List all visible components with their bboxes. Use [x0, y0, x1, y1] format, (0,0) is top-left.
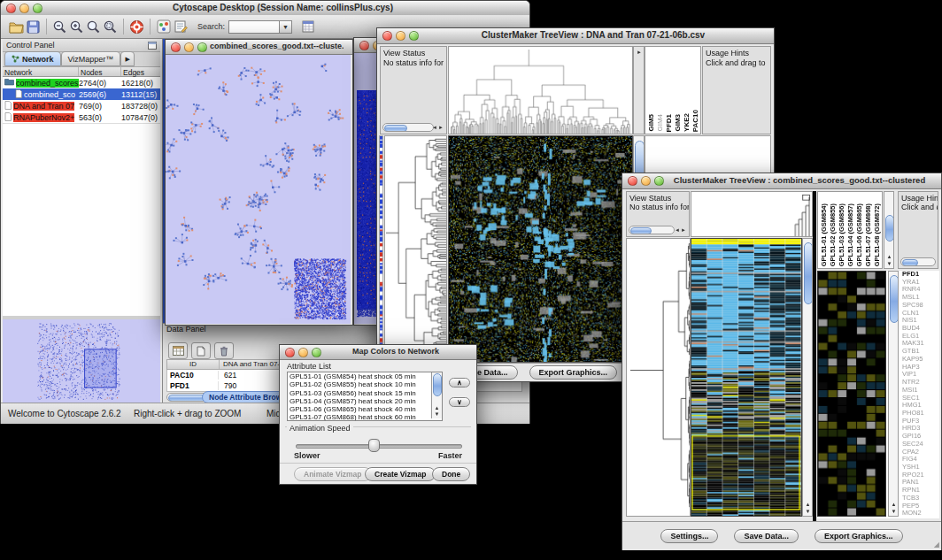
column-label[interactable]: GPL51-06 (GSM865) [855, 203, 863, 266]
scroll-thumb[interactable] [890, 275, 899, 323]
search-dropdown-arrow[interactable]: ▼ [280, 20, 292, 34]
gene-label[interactable]: HAP3 [902, 364, 939, 372]
search-input[interactable] [228, 20, 280, 34]
zoom-selected-icon[interactable] [102, 19, 119, 35]
usage-hints-hscrollbar[interactable] [900, 257, 936, 266]
help-lifering-icon[interactable] [128, 19, 145, 35]
column-dendrogram[interactable] [448, 46, 633, 134]
scroll-down-icon[interactable]: ▼ [892, 509, 897, 514]
labels-vscrollbar[interactable]: ▲ ▼ [884, 191, 894, 269]
gene-label[interactable]: PHO81 [902, 410, 939, 418]
gene-label[interactable]: RNR4 [902, 286, 939, 294]
column-label[interactable]: GPL51-01 (GSM854) [820, 203, 828, 266]
gene-label[interactable]: BUD4 [902, 325, 939, 333]
gene-label[interactable]: HRD3 [902, 425, 939, 433]
window-titlebar[interactable]: ClusterMaker TreeView : combined_scores_… [622, 173, 941, 189]
scroll-down-icon[interactable]: ▼ [435, 411, 440, 417]
row-dendrogram[interactable] [384, 135, 447, 363]
gene-label[interactable]: PEP5 [902, 502, 939, 510]
birdseye-overview[interactable] [3, 319, 160, 403]
zoom-button[interactable] [33, 4, 42, 13]
gene-label[interactable]: RPO21 [902, 472, 939, 479]
gene-label[interactable]: KAP95 [902, 356, 939, 364]
done-button[interactable]: Done [432, 467, 470, 481]
network-row[interactable]: combined_scores2764(0)16218(0) [3, 77, 160, 88]
view-status-hscrollbar[interactable] [382, 123, 434, 132]
gene-label[interactable]: PAN1 [902, 479, 939, 487]
close-button[interactable] [171, 42, 181, 52]
attribute-list-item[interactable]: GPL51-07 (GSM868) heat shock 60 min [288, 413, 429, 421]
row-dendrogram[interactable] [626, 238, 691, 517]
network-row[interactable]: DNA and Tran 07769(0)183728(0) [3, 100, 160, 111]
scroll-up-icon[interactable]: ▲ [806, 502, 811, 507]
scroll-thumb[interactable] [804, 242, 813, 304]
network-row[interactable]: combined_sco2569(6)13112(15) [3, 88, 160, 100]
gene-label[interactable]: RPN1 [902, 487, 939, 495]
column-label[interactable]: GPL51-08 (GSM872) [873, 203, 881, 266]
gene-label[interactable]: TCB3 [902, 495, 939, 502]
new-attribute-icon[interactable] [191, 342, 211, 359]
gene-label[interactable]: HMG1 [902, 402, 939, 410]
dialog-titlebar[interactable]: Map Colors to Network [280, 345, 476, 360]
close-button[interactable] [6, 4, 16, 13]
zoom-button[interactable] [197, 42, 207, 52]
create-vizmap-button[interactable]: Create Vizmap [365, 467, 436, 481]
save-icon[interactable] [25, 19, 42, 35]
view-status-hscrollbar[interactable] [629, 226, 675, 234]
gene-label[interactable]: GTB1 [902, 348, 939, 356]
tab-overflow-button[interactable]: ▶ [120, 51, 134, 66]
scroll-left-icon[interactable]: ◄ [675, 227, 680, 233]
zoom-button[interactable] [409, 31, 419, 41]
zoom-button[interactable] [654, 176, 664, 186]
scroll-down-icon[interactable]: ▼ [887, 261, 892, 266]
scroll-up-icon[interactable]: ▲ [887, 254, 892, 259]
export-graphics-button[interactable]: Export Graphics... [529, 365, 618, 380]
attribute-list-item[interactable]: GPL51-04 (GSM857) heat shock 20 min [288, 397, 429, 405]
scroll-thumb[interactable] [384, 125, 407, 132]
gene-label[interactable]: MON2 [902, 510, 939, 518]
col-header-network[interactable]: Network [3, 67, 79, 76]
column-label[interactable]: GPL51-03 (GSM856) [838, 203, 845, 266]
zoom-heatmap[interactable] [817, 271, 886, 517]
gene-label[interactable]: PFD1 [902, 271, 939, 279]
save-data-button[interactable]: Save Data... [734, 529, 799, 543]
zoom-in-icon[interactable] [68, 19, 85, 35]
column-label[interactable]: GIM4 [656, 114, 664, 132]
scroll-thumb[interactable] [433, 373, 442, 396]
close-button[interactable] [382, 31, 392, 41]
animate-vizmap-button[interactable]: Animate Vizmap [294, 467, 372, 481]
scroll-up-icon[interactable]: ▲ [435, 405, 440, 410]
attribute-list-item[interactable]: GPL51-06 (GSM865) heat shock 40 min [288, 405, 429, 413]
scroll-right-icon[interactable]: ► [438, 125, 444, 130]
minimize-button[interactable] [641, 176, 651, 186]
close-button[interactable] [628, 176, 637, 186]
attribute-list-vscrollbar[interactable]: ▲ ▼ [431, 372, 442, 418]
column-label[interactable]: GPL51-04 (GSM857) [846, 203, 854, 266]
export-graphics-button[interactable]: Export Graphics... [815, 529, 903, 543]
annotation-icon[interactable] [172, 19, 189, 35]
attribute-list-item[interactable]: GPL51-01 (GSM854) heat shock 05 min [288, 372, 429, 380]
main-window-titlebar[interactable]: Cytoscape Desktop (Session Name: collins… [1, 1, 529, 16]
gene-label[interactable]: CPA2 [902, 449, 939, 456]
gene-label[interactable]: NIS1 [902, 317, 939, 325]
col-header-edges[interactable]: Edges [121, 67, 158, 76]
col-header-id[interactable]: ID [167, 360, 220, 369]
column-label[interactable]: GPL51-07 (GSM868) [864, 203, 872, 266]
gene-label[interactable]: YRA1 [902, 279, 939, 287]
zoom-out-icon[interactable] [51, 19, 68, 35]
gene-label[interactable]: SEC1 [902, 395, 939, 403]
tab-vizmapper[interactable]: VizMapper™ [61, 51, 121, 66]
scroll-right-icon[interactable]: ► [637, 50, 642, 55]
tab-network[interactable]: Network [4, 51, 61, 66]
gene-label[interactable]: YSH1 [902, 464, 939, 472]
scroll-thumb[interactable] [885, 215, 894, 242]
gene-label[interactable]: CLN1 [902, 310, 939, 318]
slider-thumb[interactable] [368, 439, 380, 452]
attribute-list-item[interactable]: GPL51-02 (GSM855) heat shock 10 min [288, 380, 429, 388]
scroll-right-icon[interactable]: ► [681, 227, 686, 233]
gene-label[interactable]: ELG1 [902, 333, 939, 341]
gene-label[interactable]: GPI16 [902, 433, 939, 441]
settings-button[interactable]: Settings... [660, 529, 718, 543]
gene-label[interactable]: MSI1 [902, 387, 939, 395]
zoom-vscrollbar[interactable]: ▲ ▼ [888, 271, 899, 517]
